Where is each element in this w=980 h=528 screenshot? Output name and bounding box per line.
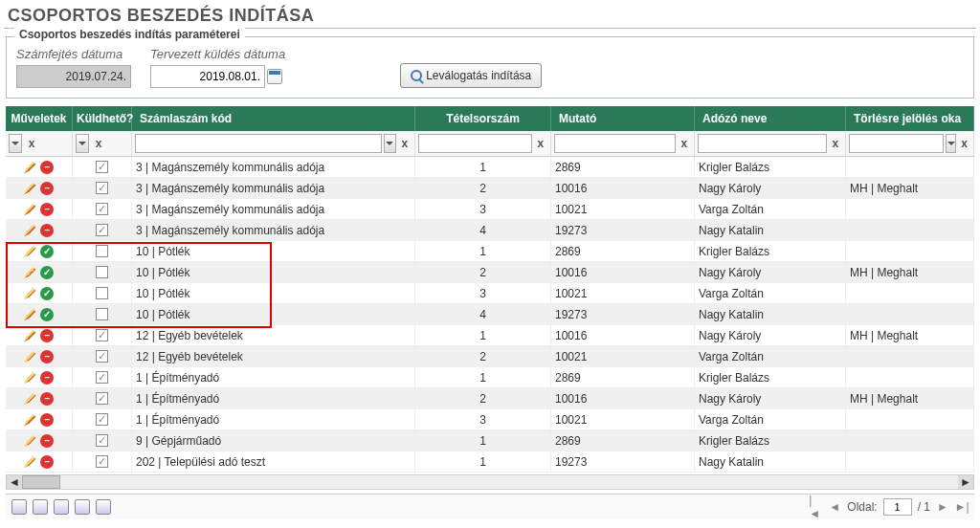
filter-reason-dd[interactable] [946, 134, 956, 153]
status-icon[interactable]: – [40, 182, 54, 195]
table-row[interactable]: –1 | Építményadó310021Varga Zoltán [6, 409, 974, 430]
status-icon[interactable]: ✓ [40, 287, 54, 300]
filter-reason-clear[interactable]: x [958, 134, 970, 153]
print-icon[interactable] [96, 499, 111, 515]
status-icon[interactable]: – [40, 455, 54, 469]
scroll-thumb[interactable] [22, 475, 60, 489]
sendable-checkbox[interactable] [96, 371, 108, 384]
table-row[interactable]: –1 | Építményadó12869Krigler Balázs [6, 367, 974, 388]
edit-icon[interactable] [24, 329, 37, 342]
sendable-checkbox[interactable] [96, 350, 108, 363]
reload-icon[interactable] [33, 499, 48, 515]
filter-line-clear[interactable]: x [534, 134, 547, 153]
filter-code-input[interactable] [135, 134, 382, 153]
filter-name-clear[interactable]: x [829, 134, 842, 153]
export-csv-icon[interactable] [75, 499, 90, 515]
edit-icon[interactable] [24, 287, 37, 300]
status-icon[interactable]: – [40, 161, 54, 174]
sendable-checkbox[interactable] [96, 266, 108, 278]
date-send-input[interactable] [150, 65, 265, 88]
col-name[interactable]: Adózó neve [695, 106, 846, 131]
col-mutato[interactable]: Mutató [551, 106, 695, 131]
table-row[interactable]: –3 | Magánszemély kommunális adója419273… [6, 220, 974, 241]
sendable-checkbox[interactable] [96, 287, 108, 299]
sendable-checkbox[interactable] [96, 245, 108, 257]
filter-ops-clear[interactable]: x [24, 134, 39, 153]
edit-icon[interactable] [24, 224, 37, 237]
table-row[interactable]: –3 | Magánszemély kommunális adója210016… [6, 178, 974, 199]
status-icon[interactable]: ✓ [40, 266, 54, 279]
edit-icon[interactable] [24, 182, 37, 195]
refresh-icon[interactable] [11, 499, 27, 515]
edit-icon[interactable] [24, 413, 37, 427]
table-row[interactable]: –3 | Magánszemély kommunális adója12869K… [6, 157, 974, 178]
edit-icon[interactable] [24, 455, 37, 469]
table-row[interactable]: –12 | Egyéb bevételek210021Varga Zoltán [6, 346, 974, 367]
col-line[interactable]: Tételsorszám [415, 106, 551, 131]
scroll-left-icon[interactable]: ◄ [7, 475, 22, 489]
edit-icon[interactable] [24, 350, 37, 363]
edit-icon[interactable] [24, 392, 37, 406]
table-row[interactable]: ✓10 | Pótlék210016Nagy KárolyMH | Meghal… [6, 262, 974, 283]
scroll-right-icon[interactable]: ► [958, 475, 973, 489]
sendable-checkbox[interactable] [96, 413, 108, 426]
table-row[interactable]: ✓10 | Pótlék12869Krigler Balázs [6, 241, 974, 262]
status-icon[interactable]: – [40, 224, 54, 237]
table-row[interactable]: ✓10 | Pótlék310021Varga Zoltán [6, 283, 974, 304]
edit-icon[interactable] [24, 371, 37, 385]
status-icon[interactable]: – [40, 434, 54, 448]
edit-icon[interactable] [24, 308, 37, 321]
table-row[interactable]: –1 | Építményadó210016Nagy KárolyMH | Me… [6, 388, 974, 409]
pager-prev-icon[interactable]: ◄ [828, 500, 841, 514]
status-icon[interactable]: ✓ [40, 308, 54, 321]
filter-mut-clear[interactable]: x [678, 134, 691, 153]
table-row[interactable]: ✓10 | Pótlék419273Nagy Katalin [6, 304, 974, 325]
pager-next-icon[interactable]: ► [936, 500, 949, 514]
status-icon[interactable]: – [40, 350, 54, 363]
filter-name-input[interactable] [698, 134, 827, 153]
filter-line-input[interactable] [418, 134, 532, 153]
pager-current-input[interactable] [883, 498, 912, 516]
pager-last-icon[interactable]: ►| [955, 500, 969, 514]
sendable-checkbox[interactable] [96, 308, 108, 320]
table-row[interactable]: –202 | Települési adó teszt119273Nagy Ka… [6, 451, 974, 473]
filter-button[interactable]: Leválogatás indítása [400, 63, 542, 88]
filter-snd-clear[interactable]: x [91, 134, 106, 153]
col-code[interactable]: Számlaszám kód [132, 106, 415, 131]
filter-reason-input[interactable] [849, 134, 944, 153]
filter-snd-dd[interactable] [76, 134, 89, 153]
sendable-checkbox[interactable] [96, 224, 108, 236]
edit-icon[interactable] [24, 161, 37, 174]
status-icon[interactable]: ✓ [40, 245, 54, 258]
status-icon[interactable]: – [40, 413, 54, 427]
col-sendable[interactable]: Küldhető? [73, 106, 132, 131]
col-ops[interactable]: Műveletek [6, 106, 73, 131]
table-row[interactable]: –9 | Gépjárműadó12869Krigler Balázs [6, 430, 974, 451]
status-icon[interactable]: – [40, 371, 54, 385]
sendable-checkbox[interactable] [96, 392, 108, 405]
sendable-checkbox[interactable] [96, 455, 108, 468]
pager-first-icon[interactable]: |◄ [809, 500, 822, 514]
edit-icon[interactable] [24, 434, 37, 448]
edit-icon[interactable] [24, 245, 37, 258]
filter-ops-dd[interactable] [9, 134, 22, 153]
edit-icon[interactable] [24, 203, 37, 216]
status-icon[interactable]: – [40, 203, 54, 216]
filter-mut-input[interactable] [554, 134, 676, 153]
calendar-icon[interactable] [267, 69, 282, 84]
sendable-checkbox[interactable] [96, 203, 108, 215]
status-icon[interactable]: – [40, 392, 54, 406]
table-row[interactable]: –3 | Magánszemély kommunális adója310021… [6, 199, 974, 220]
h-scrollbar[interactable]: ◄ ► [6, 474, 974, 490]
table-row[interactable]: –12 | Egyéb bevételek110016Nagy KárolyMH… [6, 325, 974, 346]
edit-icon[interactable] [24, 266, 37, 279]
sendable-checkbox[interactable] [96, 182, 108, 194]
sendable-checkbox[interactable] [96, 161, 108, 173]
status-icon[interactable]: – [40, 329, 54, 342]
col-reason[interactable]: Törlésre jelölés oka [846, 106, 974, 131]
filter-code-dd[interactable] [384, 134, 396, 153]
filter-code-clear[interactable]: x [398, 134, 412, 153]
sendable-checkbox[interactable] [96, 434, 108, 447]
sendable-checkbox[interactable] [96, 329, 108, 341]
export-excel-icon[interactable] [54, 499, 69, 515]
